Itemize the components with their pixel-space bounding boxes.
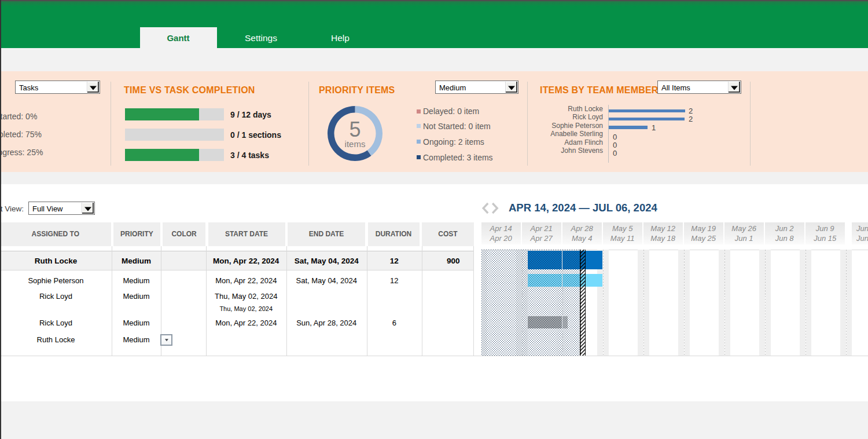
svg-text:items: items [345,139,366,149]
svg-text:5: 5 [349,118,361,141]
